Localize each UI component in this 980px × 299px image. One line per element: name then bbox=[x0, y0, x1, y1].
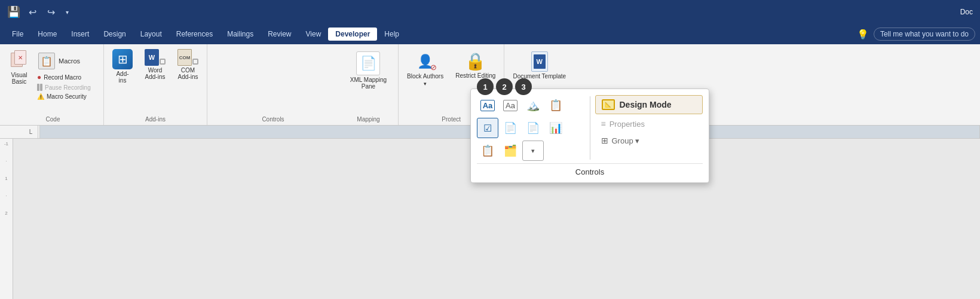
properties-icon: ≡ bbox=[601, 119, 606, 129]
visual-basic-label: Visual bbox=[11, 72, 27, 78]
visual-basic-button[interactable]: ✕ ✕ Visual Basic bbox=[6, 47, 32, 87]
macro-security-label: Macro Security bbox=[47, 93, 87, 100]
menu-insert[interactable]: Insert bbox=[64, 28, 96, 41]
word-add-ins-icon: W bbox=[145, 49, 166, 66]
pause-recording-icon bbox=[37, 84, 42, 91]
popup-divider bbox=[590, 96, 590, 160]
pause-recording-button[interactable]: Pause Recording bbox=[35, 83, 93, 92]
add-ins-label: Add-ins bbox=[116, 71, 128, 84]
light-bulb-icon[interactable]: 💡 bbox=[857, 29, 869, 40]
building-block-gallery-btn[interactable]: 📋 bbox=[545, 95, 566, 115]
block-authors-button[interactable]: 👤 ⊘ Block Authors ▾ bbox=[402, 47, 448, 88]
macros-button[interactable]: 📋 Macros bbox=[35, 50, 93, 72]
xml-mapping-label: XML MappingPane bbox=[350, 77, 387, 90]
code-group: ✕ ✕ Visual Basic 📋 Macros ● Record Macro bbox=[2, 44, 104, 125]
ruler-tab-marker[interactable]: L bbox=[24, 126, 38, 139]
popup-row-1: Aa Aa 🏔️ 📋 bbox=[477, 95, 585, 115]
com-add-ins-icon: COM bbox=[177, 49, 198, 66]
menu-right: 💡 Tell me what you want to do bbox=[857, 28, 975, 41]
group-button[interactable]: ⊞ Group ▾ bbox=[595, 133, 703, 148]
pause-recording-label: Pause Recording bbox=[45, 84, 91, 91]
record-macro-icon: ● bbox=[37, 73, 41, 81]
rich-text-control-btn[interactable]: Aa bbox=[477, 95, 498, 115]
com-add-ins-button[interactable]: COM COMAdd-ins bbox=[173, 47, 203, 81]
visual-basic-label2: Basic bbox=[12, 78, 26, 85]
popup-tabs: 1 2 3 bbox=[477, 78, 532, 95]
controls-group-label: Controls bbox=[262, 116, 284, 123]
date-picker-btn[interactable]: 📊 bbox=[545, 118, 566, 138]
drop-down-list-btn[interactable]: 📄 bbox=[522, 118, 544, 138]
ribbon: ✕ ✕ Visual Basic 📋 Macros ● Record Macro bbox=[0, 44, 980, 126]
add-ins-button[interactable]: ⊞ Add-ins bbox=[108, 47, 137, 85]
ruler-mark-neg1: -1 bbox=[4, 141, 8, 147]
popup-left: Aa Aa 🏔️ 📋 bbox=[477, 95, 585, 161]
tell-me-label: Tell me what you want to do bbox=[880, 30, 969, 38]
properties-button[interactable]: ≡ Properties bbox=[595, 117, 703, 131]
protect-group-label: Protect bbox=[442, 116, 461, 123]
legacy-tools-btn[interactable]: 🗂️ bbox=[500, 141, 521, 161]
ruler-mark-1: 1 bbox=[5, 176, 7, 181]
design-mode-button[interactable]: 📐 Design Mode bbox=[595, 95, 703, 114]
record-macro-label: Record Macro bbox=[44, 74, 81, 81]
design-mode-label: Design Mode bbox=[620, 100, 672, 109]
popup-content: Aa Aa 🏔️ 📋 bbox=[477, 95, 703, 161]
xml-mapping-icon: 📄 bbox=[356, 51, 380, 75]
menu-bar: File Home Insert Design Layout Reference… bbox=[0, 24, 980, 44]
undo-btn[interactable]: ↩ bbox=[26, 5, 39, 19]
add-ins-icon: ⊞ bbox=[112, 49, 133, 69]
controls-popup: 1 2 3 Aa Aa 🏔️ bbox=[470, 89, 709, 183]
document-template-button[interactable]: W Document Template bbox=[508, 47, 571, 81]
group-label: Group ▾ bbox=[612, 136, 640, 145]
document-title: Doc bbox=[960, 8, 973, 16]
menu-design[interactable]: Design bbox=[96, 28, 133, 41]
restrict-editing-icon: 🔒 bbox=[465, 51, 486, 71]
menu-help[interactable]: Help bbox=[377, 28, 406, 41]
menu-file[interactable]: File bbox=[5, 28, 30, 41]
properties-label: Properties bbox=[610, 120, 645, 129]
quick-access-dropdown[interactable]: ▾ bbox=[63, 8, 71, 17]
combo-box-btn[interactable]: 📄 bbox=[500, 118, 521, 138]
record-macro-button[interactable]: ● Record Macro bbox=[35, 72, 93, 83]
popup-tab-2[interactable]: 2 bbox=[496, 78, 513, 95]
ruler-mark-dot2: · bbox=[5, 193, 7, 199]
word-add-ins-button[interactable]: W WordAdd-ins bbox=[140, 47, 170, 81]
menu-mailings[interactable]: Mailings bbox=[220, 28, 261, 41]
save-icon[interactable]: 💾 bbox=[7, 5, 20, 19]
popup-row-3: 📋 🗂️ ▾ bbox=[477, 141, 585, 161]
macro-security-button[interactable]: ⚠️ Macro Security bbox=[35, 92, 93, 101]
vertical-ruler: -1 · 1 · 2 bbox=[0, 139, 13, 299]
menu-layout[interactable]: Layout bbox=[133, 28, 169, 41]
plain-text-control-btn[interactable]: Aa bbox=[500, 95, 521, 115]
menu-developer[interactable]: Developer bbox=[328, 28, 377, 41]
repeating-section-btn[interactable]: 📋 bbox=[477, 141, 498, 161]
checkbox-control-btn[interactable]: ☑ bbox=[477, 118, 498, 138]
legacy-tools-dropdown[interactable]: ▾ bbox=[522, 141, 544, 161]
popup-tab-1[interactable]: 1 bbox=[477, 78, 494, 95]
block-authors-icon: 👤 ⊘ bbox=[415, 51, 436, 72]
macros-area: 📋 Macros ● Record Macro Pause Recording … bbox=[35, 47, 93, 101]
macros-label: Macros bbox=[59, 57, 80, 65]
menu-references[interactable]: References bbox=[169, 28, 220, 41]
picture-control-btn[interactable]: 🏔️ bbox=[522, 95, 544, 115]
ruler-mark-2: 2 bbox=[5, 210, 7, 216]
restrict-editing-button[interactable]: 🔒 Restrict Editing bbox=[451, 47, 500, 80]
document-template-icon: W bbox=[531, 51, 548, 72]
macros-icon: 📋 bbox=[38, 53, 55, 69]
menu-view[interactable]: View bbox=[299, 28, 329, 41]
menu-home[interactable]: Home bbox=[30, 28, 64, 41]
redo-btn[interactable]: ↪ bbox=[45, 5, 57, 19]
xml-mapping-pane-button[interactable]: 📄 XML MappingPane bbox=[345, 47, 391, 91]
popup-tab-3[interactable]: 3 bbox=[515, 78, 532, 95]
popup-right: 📐 Design Mode ≡ Properties ⊞ Group ▾ bbox=[595, 95, 703, 161]
design-mode-icon: 📐 bbox=[602, 99, 615, 110]
tell-me-input[interactable]: Tell me what you want to do bbox=[874, 28, 975, 41]
title-bar: 💾 ↩ ↪ ▾ Doc bbox=[0, 0, 980, 24]
com-add-ins-label: COMAdd-ins bbox=[178, 67, 198, 80]
macro-security-icon: ⚠️ bbox=[37, 93, 44, 100]
menu-review[interactable]: Review bbox=[261, 28, 298, 41]
block-authors-dropdown[interactable]: ▾ bbox=[424, 81, 427, 87]
code-group-label: Code bbox=[46, 116, 60, 123]
ruler-mark-dot1: · bbox=[5, 158, 7, 164]
popup-row-2: ☑ 📄 📄 📊 bbox=[477, 118, 585, 138]
word-add-ins-label: WordAdd-ins bbox=[145, 67, 166, 80]
